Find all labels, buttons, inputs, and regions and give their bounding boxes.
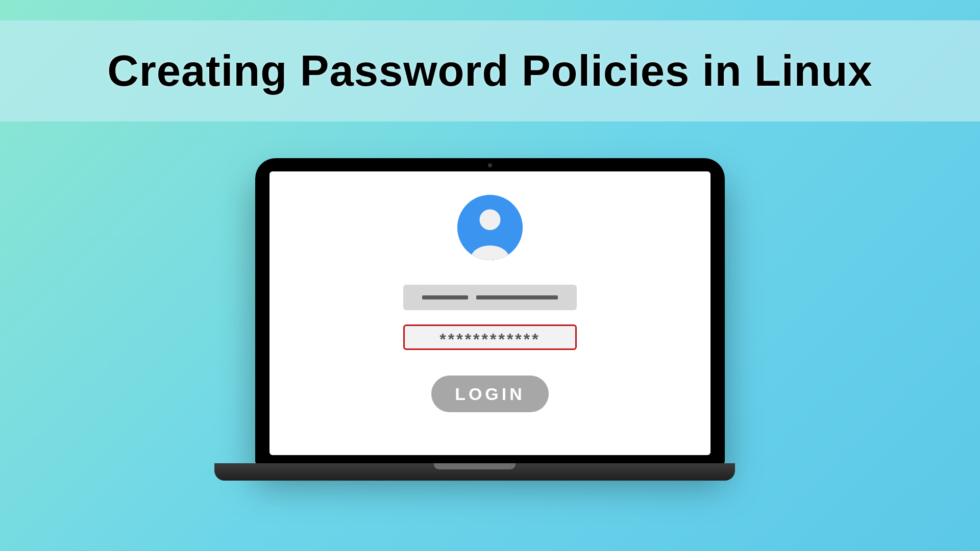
login-screen: ************ LOGIN	[270, 171, 710, 455]
laptop-notch	[434, 463, 516, 469]
page-title: Creating Password Policies in Linux	[0, 46, 980, 96]
password-mask: ************	[439, 331, 540, 347]
title-bar: Creating Password Policies in Linux	[0, 20, 980, 121]
svg-point-1	[480, 209, 501, 230]
user-avatar-icon	[457, 195, 523, 260]
password-field[interactable]: ************	[403, 324, 577, 350]
username-placeholder-bar	[422, 295, 468, 299]
laptop-body: ************ LOGIN	[255, 158, 725, 464]
camera-dot	[488, 163, 492, 167]
login-button-label: LOGIN	[455, 384, 525, 404]
username-placeholder-bar	[476, 295, 558, 299]
laptop-base	[214, 463, 735, 481]
login-button[interactable]: LOGIN	[431, 375, 549, 412]
laptop-illustration: ************ LOGIN	[245, 158, 735, 481]
username-field[interactable]	[403, 285, 577, 310]
